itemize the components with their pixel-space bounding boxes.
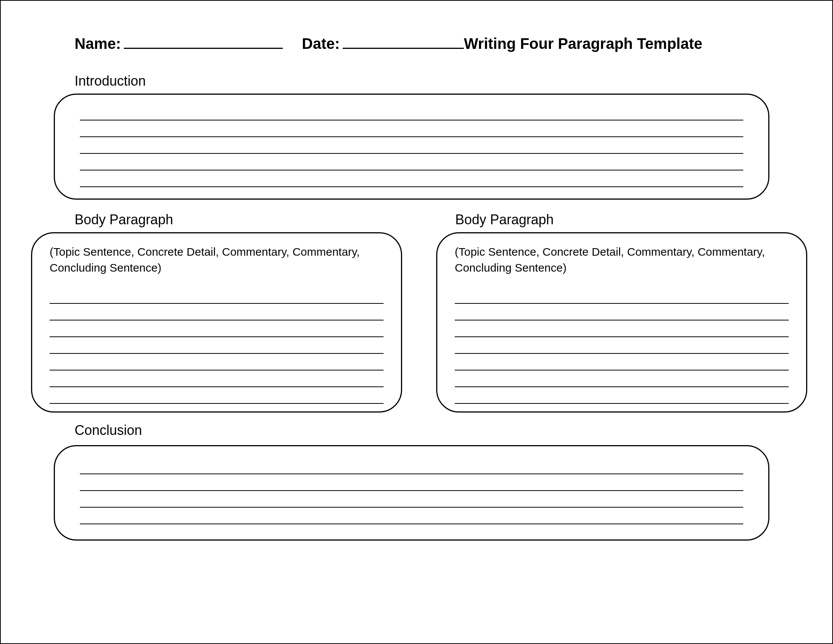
writing-line[interactable] [80,137,743,154]
body-paragraph-row: (Topic Sentence, Concrete Detail, Commen… [31,232,832,412]
writing-line[interactable] [80,171,743,187]
date-label: Date: [302,35,339,52]
writing-line[interactable] [455,370,789,387]
body-paragraph-hint: (Topic Sentence, Concrete Detail, Commen… [50,244,384,276]
body-paragraph-hint: (Topic Sentence, Concrete Detail, Commen… [455,244,789,276]
introduction-lines [80,104,743,187]
writing-line[interactable] [80,104,743,121]
conclusion-box[interactable] [54,445,769,541]
name-input-line[interactable] [124,34,283,49]
conclusion-heading: Conclusion [75,422,832,438]
worksheet-title: Writing Four Paragraph Template [464,35,703,52]
name-label: Name: [75,35,121,52]
writing-line[interactable] [50,304,384,320]
date-input-line[interactable] [343,34,464,49]
writing-line[interactable] [50,287,384,304]
introduction-heading: Introduction [75,73,832,89]
worksheet-page: Name: Date: Writing Four Paragraph Templ… [0,0,833,644]
writing-line[interactable] [455,320,789,337]
writing-line[interactable] [50,337,384,354]
writing-line[interactable] [455,304,789,320]
writing-line[interactable] [455,354,789,370]
writing-line[interactable] [80,154,743,171]
writing-line[interactable] [80,121,743,137]
writing-line[interactable] [50,387,384,404]
body-paragraph-1-heading: Body Paragraph [75,212,173,228]
body-paragraph-2-heading: Body Paragraph [455,212,553,228]
writing-line[interactable] [50,370,384,387]
body-paragraph-1-lines [50,287,384,404]
writing-line[interactable] [80,474,743,491]
writing-line[interactable] [455,287,789,304]
body-paragraph-headings: Body Paragraph Body Paragraph [75,212,832,228]
body-paragraph-2-lines [455,287,789,404]
body-paragraph-2-box[interactable]: (Topic Sentence, Concrete Detail, Commen… [436,232,807,412]
writing-line[interactable] [50,354,384,370]
writing-line[interactable] [80,508,743,524]
conclusion-lines [80,457,743,524]
header-row: Name: Date: Writing Four Paragraph Templ… [75,34,802,52]
introduction-box[interactable] [54,93,769,200]
writing-line[interactable] [50,320,384,337]
writing-line[interactable] [80,457,743,474]
body-paragraph-1-box[interactable]: (Topic Sentence, Concrete Detail, Commen… [31,232,402,412]
writing-line[interactable] [80,491,743,508]
writing-line[interactable] [455,387,789,404]
writing-line[interactable] [455,337,789,354]
